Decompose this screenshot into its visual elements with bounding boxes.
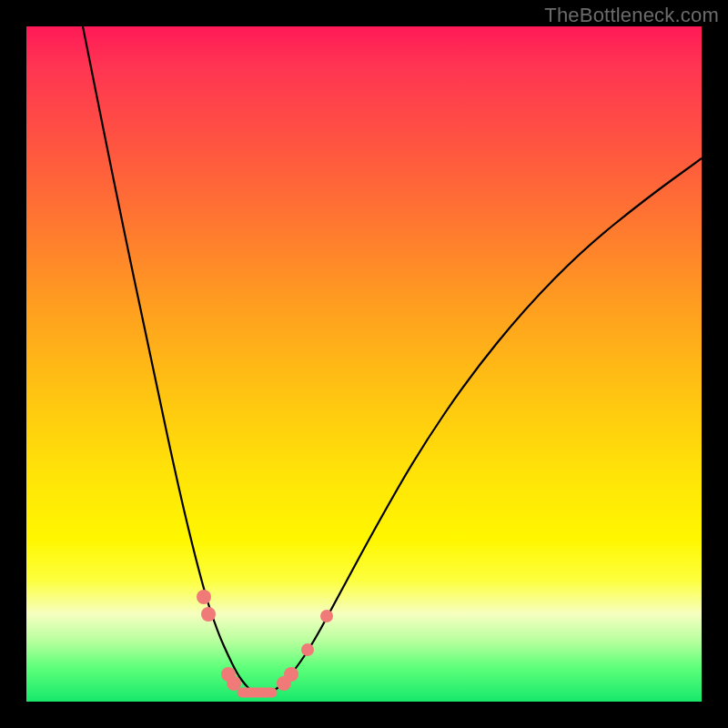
marker — [301, 643, 314, 656]
curves-svg — [26, 26, 702, 702]
marker — [197, 590, 211, 604]
outer-frame: TheBottleneck.com — [0, 0, 728, 728]
watermark-text: TheBottleneck.com — [544, 4, 719, 27]
marker — [201, 607, 216, 622]
marker — [320, 610, 333, 622]
marker — [227, 676, 241, 691]
plot-area — [26, 26, 702, 702]
left-curve — [83, 26, 261, 696]
marker — [284, 667, 298, 682]
